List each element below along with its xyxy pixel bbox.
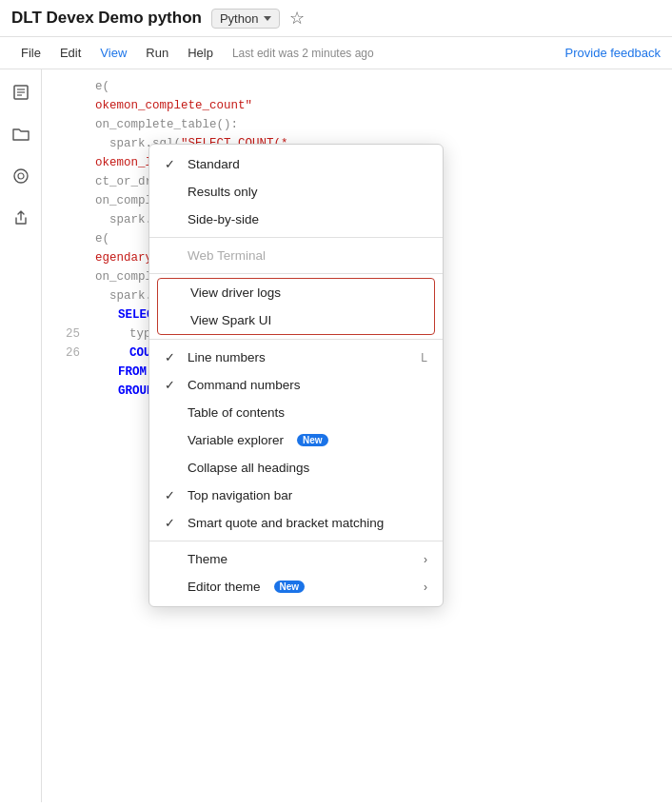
menu-top-nav-bar[interactable]: ✓ Top navigation bar — [149, 482, 443, 509]
menu-command-numbers-label: Command numbers — [188, 378, 301, 392]
menu-line-numbers-label: Line numbers — [188, 350, 266, 364]
last-edit-label: Last edit was 2 minutes ago — [232, 47, 565, 60]
check-icon: ✓ — [165, 488, 180, 502]
divider-1 — [149, 237, 443, 238]
menu-view-driver-logs-label: View driver logs — [190, 285, 281, 300]
menu-results-only-label: Results only — [188, 185, 258, 199]
menu-collapse-headings[interactable]: Collapse all headings — [149, 454, 443, 482]
menu-help[interactable]: Help — [178, 40, 223, 66]
header: DLT Devex Demo python Python ☆ — [0, 0, 672, 37]
menu-line-numbers[interactable]: ✓ Line numbers L — [149, 344, 443, 371]
package-icon[interactable] — [8, 163, 34, 189]
sidebar — [0, 69, 42, 802]
menu-run[interactable]: Run — [136, 40, 178, 66]
menu-standard-label: Standard — [188, 157, 240, 171]
svg-point-5 — [18, 173, 24, 179]
menubar: File Edit View Run Help Last edit was 2 … — [0, 37, 672, 69]
menu-collapse-headings-label: Collapse all headings — [188, 461, 309, 475]
line-numbers-shortcut: L — [421, 351, 427, 364]
folder-icon[interactable] — [8, 121, 34, 148]
divider-3 — [149, 339, 443, 340]
menu-view-spark-ui-label: View Spark UI — [190, 313, 271, 327]
menu-top-nav-bar-label: Top navigation bar — [188, 488, 292, 502]
view-dropdown-menu: ✓ Standard Results only Side-by-side Web… — [148, 144, 444, 607]
menu-theme[interactable]: Theme › — [149, 545, 443, 573]
menu-side-by-side-label: Side-by-side — [188, 212, 259, 226]
menu-view-driver-logs[interactable]: View driver logs — [158, 279, 434, 306]
main-layout: e( okemon_complete_count" on_complete_ta… — [0, 69, 672, 802]
divider-2 — [149, 273, 443, 274]
menu-side-by-side[interactable]: Side-by-side — [149, 206, 443, 233]
provide-feedback-link[interactable]: Provide feedback — [565, 46, 661, 60]
check-icon: ✓ — [165, 516, 180, 530]
menu-variable-explorer-label: Variable explorer — [188, 433, 284, 447]
language-selector[interactable]: Python — [211, 9, 280, 29]
notebook-icon[interactable] — [8, 79, 34, 106]
language-label: Python — [220, 11, 258, 26]
menu-web-terminal: Web Terminal — [149, 242, 443, 269]
check-icon: ✓ — [165, 378, 180, 392]
variable-explorer-badge: New — [297, 434, 328, 446]
menu-results-only[interactable]: Results only — [149, 178, 443, 206]
menu-web-terminal-label: Web Terminal — [188, 248, 266, 263]
menu-smart-quote-label: Smart quote and bracket matching — [188, 516, 384, 530]
check-icon: ✓ — [165, 157, 180, 171]
menu-table-of-contents-label: Table of contents — [188, 405, 285, 420]
check-icon: ✓ — [165, 350, 180, 364]
menu-theme-label: Theme — [188, 552, 227, 566]
divider-4 — [149, 541, 443, 541]
menu-editor-theme-label: Editor theme — [188, 580, 261, 594]
menu-variable-explorer[interactable]: Variable explorer New — [149, 426, 443, 454]
menu-smart-quote[interactable]: ✓ Smart quote and bracket matching — [149, 509, 443, 537]
driver-logs-section: View driver logs View Spark UI — [157, 278, 435, 335]
app-title: DLT Devex Demo python — [11, 9, 202, 28]
menu-standard[interactable]: ✓ Standard — [149, 150, 443, 178]
content-area: e( okemon_complete_count" on_complete_ta… — [42, 69, 672, 802]
arrow-icon: › — [424, 553, 427, 566]
editor-theme-badge: New — [274, 581, 306, 593]
menu-edit[interactable]: Edit — [50, 40, 90, 66]
arrow-icon: › — [424, 581, 427, 594]
share-icon[interactable] — [8, 205, 34, 231]
menu-view-spark-ui[interactable]: View Spark UI — [158, 306, 434, 334]
svg-point-4 — [14, 169, 28, 183]
menu-command-numbers[interactable]: ✓ Command numbers — [149, 371, 443, 399]
chevron-down-icon — [264, 16, 271, 21]
menu-table-of-contents[interactable]: Table of contents — [149, 399, 443, 426]
menu-editor-theme[interactable]: Editor theme New › — [149, 573, 443, 600]
star-icon[interactable]: ☆ — [289, 8, 305, 29]
menu-file[interactable]: File — [11, 40, 50, 66]
menu-view[interactable]: View — [90, 40, 136, 66]
